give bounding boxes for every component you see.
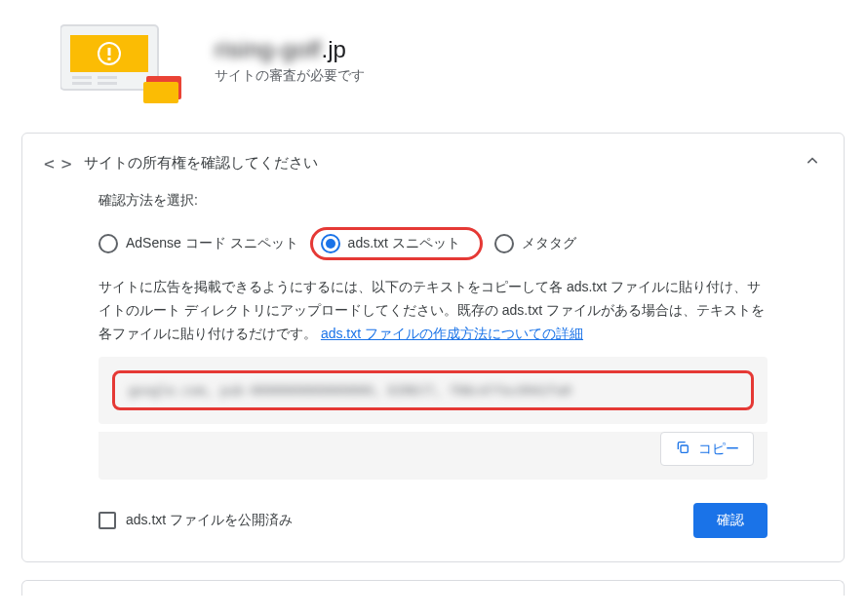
help-text: サイトに広告を掲載できるようにするには、以下のテキストをコピーして各 ads.t… bbox=[98, 276, 768, 345]
svg-rect-11 bbox=[681, 445, 688, 452]
svg-rect-8 bbox=[98, 82, 117, 85]
code-text: google.com, pub-0000000000000000, DIRECT… bbox=[129, 383, 737, 398]
radio-group: AdSense コード スニペット ads.txt スニペット メタタグ bbox=[98, 227, 768, 260]
radio-adsense[interactable]: AdSense コード スニペット bbox=[98, 234, 298, 253]
radio-adstxt[interactable]: ads.txt スニペット bbox=[321, 234, 460, 253]
method-label: 確認方法を選択: bbox=[98, 192, 768, 210]
radio-adstxt-highlighted: ads.txt スニペット bbox=[310, 227, 483, 260]
copy-button[interactable]: コピー bbox=[660, 432, 754, 466]
svg-rect-5 bbox=[72, 76, 92, 79]
svg-rect-7 bbox=[98, 76, 117, 79]
radio-label: メタタグ bbox=[522, 235, 576, 252]
help-link[interactable]: ads.txt ファイルの作成方法についての詳細 bbox=[321, 326, 583, 341]
radio-label: AdSense コード スニペット bbox=[126, 235, 298, 252]
radio-circle-icon bbox=[98, 234, 118, 253]
site-illustration bbox=[60, 18, 187, 103]
radio-circle-checked-icon bbox=[321, 234, 340, 253]
title-block: rising-golf.jp サイトの審査が必要です bbox=[215, 36, 365, 85]
radio-circle-icon bbox=[494, 234, 514, 253]
footer-row: ads.txt ファイルを公開済み 確認 bbox=[98, 480, 768, 538]
svg-rect-6 bbox=[72, 82, 92, 85]
card-header[interactable]: < > サイトの所有権を確認してください bbox=[22, 134, 844, 192]
svg-rect-3 bbox=[108, 48, 111, 56]
confirm-button[interactable]: 確認 bbox=[693, 503, 768, 538]
copy-icon bbox=[675, 440, 690, 458]
chevron-up-icon bbox=[803, 151, 822, 174]
ownership-card: < > サイトの所有権を確認してください 確認方法を選択: AdSense コー… bbox=[21, 133, 845, 562]
copy-label: コピー bbox=[698, 441, 739, 458]
radio-meta[interactable]: メタタグ bbox=[494, 234, 576, 253]
site-domain: rising-golf.jp bbox=[215, 36, 365, 63]
checkbox-label: ads.txt ファイルを公開済み bbox=[126, 512, 293, 529]
checkbox-icon bbox=[98, 512, 116, 529]
code-icon: < > bbox=[44, 153, 70, 173]
site-subtitle: サイトの審査が必要です bbox=[215, 67, 365, 85]
radio-label: ads.txt スニペット bbox=[348, 235, 460, 252]
code-block-highlighted: google.com, pub-0000000000000000, DIRECT… bbox=[112, 370, 754, 410]
svg-rect-4 bbox=[108, 58, 111, 60]
card-body: 確認方法を選択: AdSense コード スニペット ads.txt スニペット… bbox=[22, 192, 844, 561]
next-card-peek bbox=[21, 580, 845, 596]
card-title: サイトの所有権を確認してください bbox=[84, 154, 789, 173]
svg-rect-10 bbox=[143, 82, 178, 103]
copy-row: コピー bbox=[98, 432, 768, 480]
site-header: rising-golf.jp サイトの審査が必要です bbox=[0, 0, 866, 133]
domain-blurred: rising-golf bbox=[215, 36, 322, 62]
published-checkbox[interactable]: ads.txt ファイルを公開済み bbox=[98, 512, 293, 529]
domain-suffix: .jp bbox=[322, 36, 346, 62]
code-block-container: google.com, pub-0000000000000000, DIRECT… bbox=[98, 357, 768, 424]
